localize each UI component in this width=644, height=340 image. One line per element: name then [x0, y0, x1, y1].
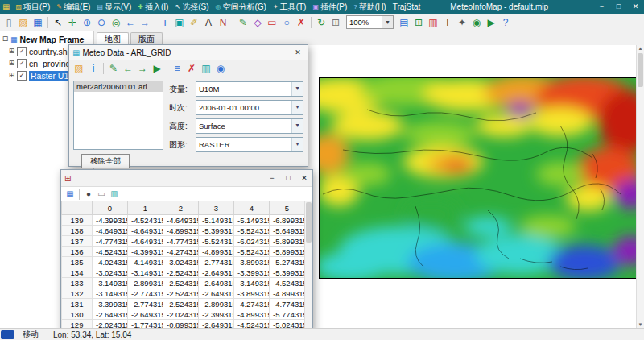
close-button[interactable]: ✕	[627, 0, 644, 14]
cell[interactable]: -3.899315	[234, 288, 270, 299]
chart-icon[interactable]: ▥	[108, 188, 121, 200]
menu-edit[interactable]: ✎编辑(E)	[53, 0, 93, 14]
table-vertical-scrollbar[interactable]	[304, 201, 312, 331]
cell[interactable]: -2.774315	[128, 299, 163, 309]
animate-icon[interactable]: ▶	[150, 61, 164, 76]
data-list-icon[interactable]: ≡	[170, 61, 184, 76]
chevron-down-icon[interactable]: ▾	[291, 138, 303, 151]
grid-icon[interactable]: ▭	[95, 188, 108, 200]
column-header[interactable]: 5	[270, 201, 305, 215]
cell[interactable]: -4.024315	[93, 257, 128, 267]
table-row[interactable]: 135-4.024315-4.149315-3.024315-2.774315-…	[62, 257, 305, 267]
cell[interactable]: -5.399315	[270, 267, 305, 278]
layer-checkbox[interactable]: ✓	[17, 47, 27, 56]
cell[interactable]: -5.774315	[270, 309, 305, 320]
column-header[interactable]	[62, 201, 93, 215]
text-icon[interactable]: T	[440, 15, 455, 30]
cell[interactable]: -4.899315	[199, 247, 234, 257]
row-header[interactable]: 137	[62, 236, 93, 247]
cell[interactable]: -2.524315	[163, 278, 199, 288]
menu-plugin[interactable]: ▣插件(P)	[309, 0, 350, 14]
scrollbar-thumb[interactable]	[638, 53, 643, 87]
globe-icon[interactable]: ◉	[469, 15, 484, 30]
polygon-icon[interactable]: ◇	[250, 15, 265, 30]
minimize-button[interactable]: −	[264, 170, 280, 186]
cell[interactable]: -6.024315	[234, 236, 270, 247]
tab-layout[interactable]: 版面	[130, 32, 163, 45]
field-combo[interactable]: U10M▾	[196, 81, 303, 97]
row-header[interactable]: 131	[62, 299, 93, 309]
settings-icon[interactable]: ✦	[455, 15, 469, 30]
table-row[interactable]: 136-4.524315-4.399315-4.274315-4.899315-…	[62, 247, 305, 257]
dialog-title-bar[interactable]: ▦ Meteo Data - ARL_GRID ✕	[69, 45, 308, 60]
column-header[interactable]: 2	[163, 201, 199, 215]
map-vertical-scrollbar[interactable]: ▲ ▼	[636, 45, 644, 329]
cell[interactable]: -2.649315	[199, 288, 234, 299]
cell[interactable]: -4.524315	[128, 215, 163, 226]
cell[interactable]: -2.399315	[199, 309, 234, 320]
cell[interactable]: -4.274315	[234, 299, 270, 309]
row-header[interactable]: 136	[62, 247, 93, 257]
cell[interactable]: -2.524315	[163, 288, 199, 299]
row-header[interactable]: 134	[62, 267, 93, 278]
previous-time-icon[interactable]: ←	[121, 61, 135, 76]
cell[interactable]: -4.899315	[234, 309, 270, 320]
cell[interactable]: -5.899315	[270, 236, 305, 247]
column-header[interactable]: 4	[234, 201, 270, 215]
cell[interactable]: -4.774315	[93, 236, 128, 247]
table-row[interactable]: 133-3.149315-2.899315-2.524315-2.649315-…	[62, 278, 305, 288]
measure-icon[interactable]: ✐	[187, 15, 201, 30]
cell[interactable]: -2.899315	[199, 299, 234, 309]
identify-icon[interactable]: i	[158, 15, 172, 30]
rectangle-icon[interactable]: ▭	[265, 15, 279, 30]
cell[interactable]: -4.649315	[93, 226, 128, 236]
cell[interactable]: -3.399315	[93, 299, 128, 309]
cell[interactable]: -4.399315	[128, 247, 163, 257]
scroll-up-icon[interactable]: ▲	[637, 45, 644, 52]
help-icon[interactable]: ?	[498, 15, 513, 30]
clear-icon[interactable]: ✗	[184, 61, 199, 76]
label-icon[interactable]: A	[201, 15, 216, 30]
cell[interactable]: -2.649315	[128, 309, 163, 320]
menu-selection[interactable]: ↖选择(S)	[171, 0, 212, 14]
cell[interactable]: -2.649315	[199, 267, 234, 278]
chevron-down-icon[interactable]: ▾	[382, 16, 393, 28]
menu-tools[interactable]: ✦工具(T)	[270, 0, 309, 14]
attribute-table-icon[interactable]: ⊞	[411, 15, 426, 30]
full-extent-icon[interactable]: ◎	[109, 15, 123, 30]
erase-icon[interactable]: ✗	[294, 15, 308, 30]
cell[interactable]: -3.024315	[163, 257, 199, 267]
cell[interactable]: -4.524315	[93, 247, 128, 257]
table-row[interactable]: 137-4.774315-4.649315-4.774315-5.524315-…	[62, 236, 305, 247]
remove-all-button[interactable]: 移除全部	[81, 154, 130, 168]
cell[interactable]: -4.399315	[93, 215, 128, 226]
cell[interactable]: -2.524315	[163, 299, 199, 309]
cell[interactable]: -5.149315	[234, 215, 270, 226]
menu-geoprocessing[interactable]: ◎空间分析(G)	[213, 0, 270, 14]
cell[interactable]: -5.524315	[199, 236, 234, 247]
tree-expander-icon[interactable]: ⊞	[8, 48, 15, 55]
table-row[interactable]: 132-3.149315-2.774315-2.524315-2.649315-…	[62, 288, 305, 299]
tab-map[interactable]: 地图	[97, 32, 129, 45]
map-icon[interactable]: ◉	[213, 61, 228, 76]
cell[interactable]: -5.149315	[199, 215, 234, 226]
row-header[interactable]: 139	[62, 215, 93, 226]
chart-icon[interactable]: ▥	[199, 61, 213, 76]
zoom-in-icon[interactable]: ⊕	[80, 15, 94, 30]
cell[interactable]: -4.774315	[163, 236, 199, 247]
row-header[interactable]: 138	[62, 226, 93, 236]
column-header[interactable]: 1	[128, 201, 163, 215]
cell[interactable]: -4.774315	[270, 299, 305, 309]
cell[interactable]: -5.399315	[199, 226, 234, 236]
open-file-icon[interactable]: ▨	[72, 61, 86, 76]
cell[interactable]: -4.274315	[163, 247, 199, 257]
open-folder-icon[interactable]: ▨	[16, 15, 31, 30]
cell[interactable]: -2.649315	[93, 309, 128, 320]
cell[interactable]: -3.149315	[93, 288, 128, 299]
table-title-bar[interactable]: ⊞ −□✕	[61, 170, 312, 187]
field-combo[interactable]: RASTER▾	[196, 137, 303, 152]
cell[interactable]: -5.524315	[234, 247, 270, 257]
cell[interactable]: -3.149315	[93, 278, 128, 288]
cell[interactable]: -5.649315	[270, 226, 305, 236]
north-arrow-icon[interactable]: N	[216, 15, 230, 30]
